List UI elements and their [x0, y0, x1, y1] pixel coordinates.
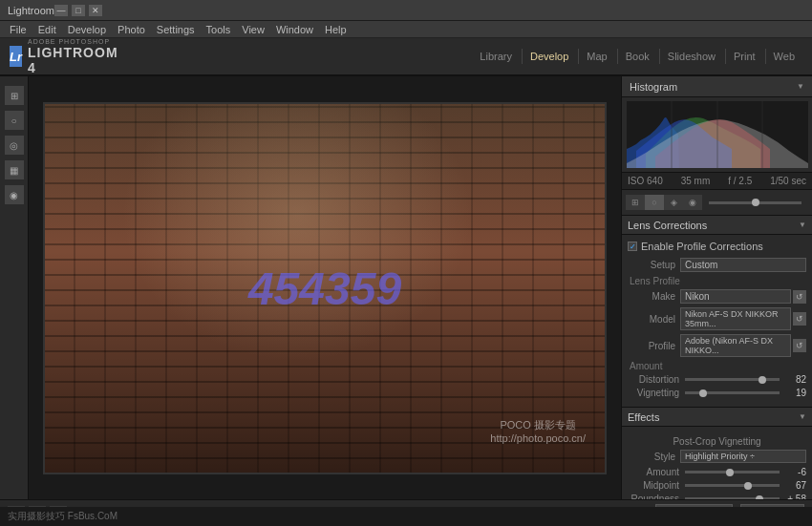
menu-file[interactable]: File [4, 21, 32, 37]
style-label: Style [628, 452, 680, 462]
develop-tool-basic[interactable]: ⊞ [626, 195, 645, 210]
close-button[interactable]: ✕ [89, 5, 102, 16]
spot-tool[interactable]: ○ [5, 111, 24, 130]
grad-filter[interactable]: ▦ [5, 160, 24, 179]
vignetting-row: Vignetting 19 [628, 388, 806, 398]
module-nav: Library Develop Map Book Slideshow Print… [472, 49, 812, 64]
setup-label: Setup [628, 260, 680, 270]
develop-tool-tonecurve[interactable]: ○ [645, 195, 664, 210]
lr-badge: Lr [10, 46, 22, 67]
post-crop-label: Post-Crop Vignetting [628, 436, 806, 447]
tool-slider[interactable] [709, 201, 801, 204]
roundness-slider[interactable] [685, 497, 780, 499]
develop-tool-hsl[interactable]: ◈ [664, 195, 683, 210]
midpoint-thumb [744, 482, 752, 490]
center-area: 454359 POCO 摄影专题 http://photo.poco.cn/ [29, 76, 621, 499]
histogram-header[interactable]: Histogram ▼ [622, 76, 812, 97]
enable-profile-label: Enable Profile Corrections [641, 241, 763, 252]
module-library[interactable]: Library [472, 49, 520, 64]
amount-sublabel: Amount [628, 361, 806, 371]
make-label: Make [628, 291, 680, 302]
menu-tools[interactable]: Tools [201, 21, 237, 37]
camera-info-bar: ISO 640 35 mm f / 2.5 1/50 sec [622, 172, 812, 190]
develop-tool-colorgrading[interactable]: ◉ [683, 195, 702, 210]
effects-header[interactable]: Effects ▼ [622, 408, 812, 427]
module-web[interactable]: Web [765, 49, 802, 64]
menu-edit[interactable]: Edit [32, 21, 62, 37]
photo-number-watermark: 454359 [248, 262, 401, 314]
model-value[interactable]: Nikon AF-S DX NIKKOR 35mm... [680, 307, 791, 330]
roundness-label: Roundness [628, 494, 685, 499]
style-value[interactable]: Highlight Priority ÷ [680, 450, 806, 463]
distortion-thumb [759, 376, 766, 384]
menu-develop[interactable]: Develop [62, 21, 112, 37]
enable-profile-row: ✓ Enable Profile Corrections [628, 241, 806, 252]
menu-photo[interactable]: Photo [112, 21, 151, 37]
minimize-button[interactable]: — [54, 5, 68, 16]
crop-tool[interactable]: ⊞ [5, 86, 24, 105]
redeye-tool[interactable]: ◎ [5, 136, 24, 155]
watermark-line1: POCO 摄影专题 [490, 418, 586, 432]
histogram-arrow: ▼ [797, 82, 804, 91]
effects-amount-label: Amount [628, 467, 685, 477]
make-value[interactable]: Nikon [680, 289, 791, 304]
midpoint-slider[interactable] [685, 484, 780, 487]
module-develop[interactable]: Develop [522, 49, 576, 64]
lens-corrections-panel: Lens Corrections ▼ ✓ Enable Profile Corr… [622, 216, 812, 408]
title-bar-text: Lightroom [8, 5, 54, 16]
adobe-text: ADOBE PHOTOSHOP [28, 38, 118, 45]
bottom-watermark-bar: 实用摄影技巧 FsBus.CoM [0, 507, 812, 526]
photo-container: 454359 POCO 摄影专题 http://photo.poco.cn/ [43, 102, 607, 474]
right-panel: Histogram ▼ [621, 76, 812, 499]
lens-corrections-header[interactable]: Lens Corrections ▼ [622, 216, 812, 235]
effects-panel: Effects ▼ Post-Crop Vignetting Style Hig… [622, 408, 812, 499]
lens-corrections-title: Lens Corrections [628, 220, 799, 231]
menu-window[interactable]: Window [270, 21, 319, 37]
photo-watermark: POCO 摄影专题 http://photo.poco.cn/ [490, 418, 586, 444]
menu-settings[interactable]: Settings [151, 21, 201, 37]
vignetting-slider[interactable] [685, 391, 780, 394]
photo-area: 454359 POCO 摄影专题 http://photo.poco.cn/ [45, 104, 605, 473]
setup-row: Setup Custom [628, 258, 806, 272]
menu-bar: File Edit Develop Photo Settings Tools V… [0, 21, 812, 38]
effects-amount-value: -6 [780, 467, 806, 477]
roundness-thumb [756, 495, 763, 500]
setup-value[interactable]: Custom [680, 258, 806, 272]
maximize-button[interactable]: □ [72, 5, 85, 16]
module-map[interactable]: Map [578, 49, 614, 64]
camera-iso: ISO 640 [628, 176, 663, 186]
title-bar-controls: — □ ✕ [54, 5, 102, 16]
vignetting-thumb [699, 389, 707, 397]
app-title-block: ADOBE PHOTOSHOP LIGHTROOM 4 [28, 38, 118, 75]
effects-amount-thumb [726, 469, 734, 476]
profile-reset-btn[interactable]: ↺ [793, 339, 806, 352]
lens-profile-label: Lens Profile [628, 276, 806, 286]
lens-corrections-arrow: ▼ [799, 221, 806, 229]
effects-amount-slider[interactable] [685, 471, 780, 473]
lens-corrections-content: ✓ Enable Profile Corrections Setup Custo… [622, 235, 812, 407]
effects-arrow: ▼ [799, 412, 806, 421]
enable-profile-checkbox[interactable]: ✓ [628, 242, 637, 251]
profile-value[interactable]: Adobe (Nikon AF-S DX NIKKO... [680, 334, 791, 357]
model-reset-btn[interactable]: ↺ [793, 312, 806, 326]
camera-shutter: 1/50 sec [770, 176, 806, 186]
menu-help[interactable]: Help [319, 21, 353, 37]
histogram-title: Histogram [630, 81, 677, 93]
app-name: LIGHTROOM 4 [28, 45, 118, 75]
effects-content: Post-Crop Vignetting Style Highlight Pri… [622, 427, 812, 499]
midpoint-row: Midpoint 67 [628, 480, 806, 491]
distortion-label: Distortion [628, 374, 685, 385]
profile-row: Profile Adobe (Nikon AF-S DX NIKKO... ↺ [628, 334, 806, 357]
make-reset-btn[interactable]: ↺ [793, 290, 806, 304]
model-label: Model [628, 314, 680, 325]
menu-view[interactable]: View [236, 21, 270, 37]
effects-title: Effects [628, 411, 799, 423]
radial-filter[interactable]: ◉ [5, 185, 24, 204]
module-book[interactable]: Book [617, 49, 657, 64]
distortion-slider[interactable] [685, 378, 780, 381]
vignetting-label: Vignetting [628, 388, 685, 398]
module-print[interactable]: Print [725, 49, 763, 64]
module-slideshow[interactable]: Slideshow [659, 49, 723, 64]
app-logo: Lr ADOBE PHOTOSHOP LIGHTROOM 4 [0, 38, 115, 75]
midpoint-value: 67 [780, 480, 806, 491]
